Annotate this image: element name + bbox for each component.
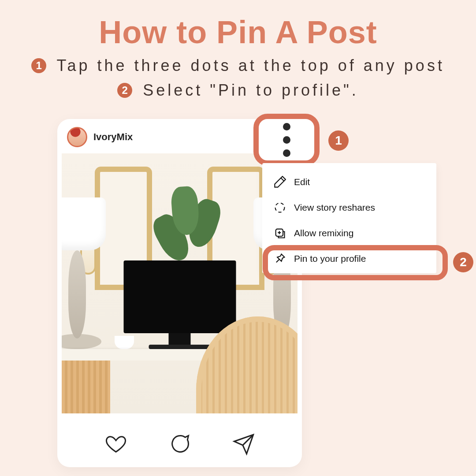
page-title: How to Pin A Post [0,0,476,50]
menu-item-pin[interactable]: Pin to your profile [262,246,436,271]
menu-item-label: View story reshares [294,202,375,213]
post-username[interactable]: IvoryMix [93,131,133,143]
step-2-text: Select "Pin to profile". [143,81,359,99]
menu-item-remixing[interactable]: Allow remixing [262,220,436,246]
menu-item-label: Pin to your profile [294,253,366,264]
menu-item-label: Allow remixing [294,228,353,238]
step-2-line: 2 Select "Pin to profile". [0,81,476,100]
heart-icon[interactable] [104,433,127,457]
step-1-text: Tap the three dots at the top of any pos… [56,56,444,74]
menu-item-edit[interactable]: Edit [262,169,436,195]
share-icon[interactable] [232,433,255,457]
dashed-circle-icon [274,201,286,214]
post-options-menu: Edit View story reshares Allow remixing … [262,163,436,273]
comment-icon[interactable] [168,433,191,457]
svg-point-0 [275,203,285,212]
step-1-bullet: 1 [31,58,46,73]
dot-icon [283,149,290,157]
avatar[interactable] [67,127,87,147]
pin-icon [274,253,286,265]
dot-icon [283,136,290,144]
callout-1: 1 [328,130,349,151]
callout-2: 2 [453,252,473,272]
menu-item-label: Edit [294,177,310,187]
pencil-icon [274,176,286,188]
step-1-line: 1 Tap the three dots at the top of any p… [0,56,476,75]
dot-icon [283,123,290,130]
post-actions [57,423,302,467]
remix-icon [274,227,286,239]
step-2-bullet: 2 [117,83,132,98]
kebab-menu-button[interactable] [253,114,320,166]
menu-item-reshares[interactable]: View story reshares [262,195,436,220]
